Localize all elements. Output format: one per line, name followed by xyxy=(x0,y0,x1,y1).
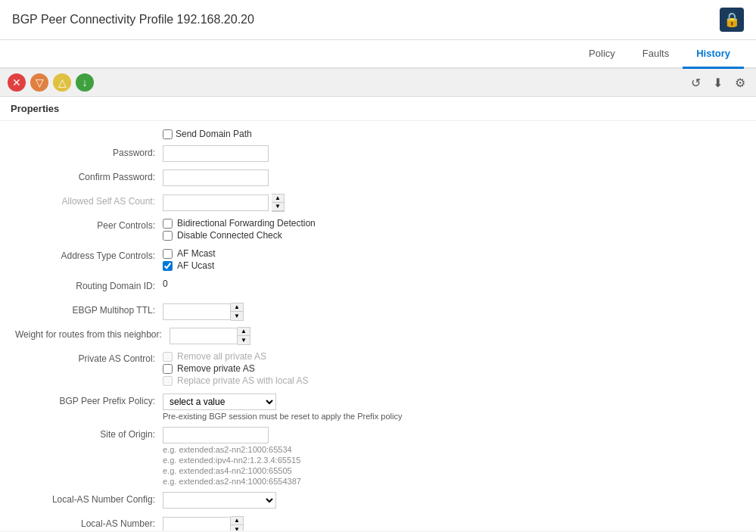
tab-policy[interactable]: Policy xyxy=(575,40,629,69)
local-as-decrement[interactable]: ▼ xyxy=(231,525,243,530)
local-as-number-config-control xyxy=(163,492,741,509)
private-as-control-row: Private AS Control: Remove all private A… xyxy=(15,351,741,387)
password-input[interactable] xyxy=(163,145,269,162)
refresh-button[interactable]: ↺ xyxy=(688,74,704,92)
bfd-checkbox-row: Bidirectional Forwarding Detection xyxy=(163,218,741,229)
local-as-number-input[interactable] xyxy=(163,517,231,530)
tab-faults[interactable]: Faults xyxy=(629,40,683,69)
confirm-password-row: Confirm Password: xyxy=(15,170,741,188)
weight-routes-control: 0 ▲ ▼ xyxy=(170,327,741,345)
af-mcast-label: AF Mcast xyxy=(177,248,216,259)
password-row: Password: xyxy=(15,145,741,163)
disable-connected-checkbox-row: Disable Connected Check xyxy=(163,230,741,241)
bfd-checkbox[interactable] xyxy=(163,219,173,229)
bgp-peer-prefix-policy-control: select a value Pre-existing BGP session … xyxy=(163,394,741,421)
properties-header: Properties xyxy=(0,97,756,121)
confirm-password-label: Confirm Password: xyxy=(15,170,163,182)
weight-decrement[interactable]: ▼ xyxy=(238,336,250,344)
send-domain-path-checkbox[interactable] xyxy=(163,129,173,139)
af-mcast-checkbox[interactable] xyxy=(163,249,173,259)
local-as-number-row: Local-AS Number: ▲ ▼ This value must not… xyxy=(15,516,741,530)
site-of-origin-label: Site of Origin: xyxy=(15,427,163,440)
warn1-button[interactable]: ▽ xyxy=(30,73,48,92)
site-hint-2: e.g. extended:ipv4-nn2:1.2.3.4:65515 xyxy=(163,456,741,465)
routing-domain-id-value: 0 xyxy=(163,278,741,289)
peer-controls-control: Bidirectional Forwarding Detection Disab… xyxy=(163,218,741,242)
allowed-self-as-row: Allowed Self AS Count: 3 ▲ ▼ xyxy=(15,194,741,212)
local-as-spinner: ▲ ▼ xyxy=(231,516,244,530)
weight-routes-input[interactable]: 0 xyxy=(170,328,238,344)
weight-spinner: ▲ ▼ xyxy=(238,327,250,345)
private-as-control: Remove all private AS Remove private AS … xyxy=(163,351,741,387)
local-as-number-control: ▲ ▼ This value must not match the MP-BGP… xyxy=(163,516,741,530)
allowed-self-as-label: Allowed Self AS Count: xyxy=(15,194,163,207)
af-ucast-label: AF Ucast xyxy=(177,260,214,271)
download-button[interactable]: ⬇ xyxy=(710,74,726,92)
allowed-self-as-control: 3 ▲ ▼ xyxy=(163,194,741,212)
af-mcast-checkbox-row: AF Mcast xyxy=(163,248,741,259)
remove-private-as-row: Remove private AS xyxy=(163,363,741,374)
page-title: BGP Peer Connectivity Profile 192.168.20… xyxy=(12,13,254,26)
warn2-button[interactable]: △ xyxy=(53,73,71,92)
replace-private-as-row: Replace private AS with local AS xyxy=(163,375,741,386)
local-as-increment[interactable]: ▲ xyxy=(231,517,243,525)
allowed-self-as-decrement[interactable]: ▼ xyxy=(272,203,284,211)
password-control xyxy=(163,145,741,162)
allowed-self-as-input[interactable]: 3 xyxy=(163,194,269,211)
private-as-control-label: Private AS Control: xyxy=(15,351,163,364)
remove-all-private-as-label: Remove all private AS xyxy=(177,351,266,362)
address-type-controls-row: Address Type Controls: AF Mcast AF Ucast xyxy=(15,248,741,272)
address-type-controls-label: Address Type Controls: xyxy=(15,248,163,261)
tab-history[interactable]: History xyxy=(683,40,744,69)
send-domain-path-row: Send Domain Path xyxy=(163,129,741,139)
password-label: Password: xyxy=(15,145,163,158)
ebgp-multihop-ttl-label: EBGP Multihop TTL: xyxy=(15,303,163,316)
remove-all-private-as-row: Remove all private AS xyxy=(163,351,741,362)
af-ucast-checkbox-row: AF Ucast xyxy=(163,260,741,271)
site-hint-3: e.g. extended:as4-nn2:1000:65505 xyxy=(163,466,741,475)
weight-increment[interactable]: ▲ xyxy=(238,328,250,336)
local-as-number-config-row: Local-AS Number Config: xyxy=(15,492,741,510)
weight-routes-row: Weight for routes from this neighbor: 0 … xyxy=(15,327,741,345)
ebgp-spinner-wrapper: 3 ▲ ▼ xyxy=(163,303,741,321)
ebgp-decrement[interactable]: ▼ xyxy=(231,312,243,320)
disable-connected-checkbox[interactable] xyxy=(163,231,173,241)
site-hint-1: e.g. extended:as2-nn2:1000:65534 xyxy=(163,445,741,454)
local-as-spinner-wrapper: ▲ ▼ xyxy=(163,516,741,530)
af-ucast-checkbox[interactable] xyxy=(163,261,173,271)
peer-controls-label: Peer Controls: xyxy=(15,218,163,231)
app-logo: 🔒 xyxy=(720,8,744,32)
settings-button[interactable]: ⚙ xyxy=(732,74,748,92)
toolbar-left: ✕ ▽ △ ↓ xyxy=(8,73,94,92)
ok-button[interactable]: ↓ xyxy=(76,73,94,92)
content-area: Properties Send Domain Path Password: Co… xyxy=(0,97,756,530)
toolbar-right: ↺ ⬇ ⚙ xyxy=(688,74,748,92)
local-as-number-config-select[interactable] xyxy=(163,492,276,509)
site-of-origin-input[interactable] xyxy=(163,427,269,443)
ebgp-multihop-ttl-row: EBGP Multihop TTL: 3 ▲ ▼ xyxy=(15,303,741,321)
replace-private-as-checkbox[interactable] xyxy=(163,376,173,386)
address-type-control: AF Mcast AF Ucast xyxy=(163,248,741,272)
routing-domain-id-label: Routing Domain ID: xyxy=(15,278,163,291)
bgp-peer-prefix-policy-select[interactable]: select a value xyxy=(163,394,276,410)
toolbar: ✕ ▽ △ ↓ ↺ ⬇ ⚙ xyxy=(0,69,756,97)
remove-all-private-as-checkbox[interactable] xyxy=(163,352,173,362)
ebgp-increment[interactable]: ▲ xyxy=(231,303,243,312)
remove-private-as-label: Remove private AS xyxy=(177,363,255,374)
delete-button[interactable]: ✕ xyxy=(8,73,26,92)
local-as-number-config-label: Local-AS Number Config: xyxy=(15,492,163,505)
tabs-bar: Policy Faults History xyxy=(0,40,756,69)
remove-private-as-checkbox[interactable] xyxy=(163,364,173,374)
site-of-origin-control: e.g. extended:as2-nn2:1000:65534 e.g. ex… xyxy=(163,427,741,486)
site-hint-4: e.g. extended:as2-nn4:1000:6554387 xyxy=(163,477,741,486)
ebgp-multihop-ttl-input[interactable]: 3 xyxy=(163,303,231,320)
ebgp-multihop-ttl-control: 3 ▲ ▼ xyxy=(163,303,741,321)
confirm-password-input[interactable] xyxy=(163,170,269,186)
confirm-password-control xyxy=(163,170,741,186)
weight-routes-label: Weight for routes from this neighbor: xyxy=(15,327,170,340)
routing-domain-id-row: Routing Domain ID: 0 xyxy=(15,278,741,297)
weight-spinner-wrapper: 0 ▲ ▼ xyxy=(170,327,741,345)
allowed-self-as-increment[interactable]: ▲ xyxy=(272,194,284,203)
form-area: Send Domain Path Password: Confirm Passw… xyxy=(0,121,756,530)
disable-connected-label: Disable Connected Check xyxy=(177,230,282,241)
